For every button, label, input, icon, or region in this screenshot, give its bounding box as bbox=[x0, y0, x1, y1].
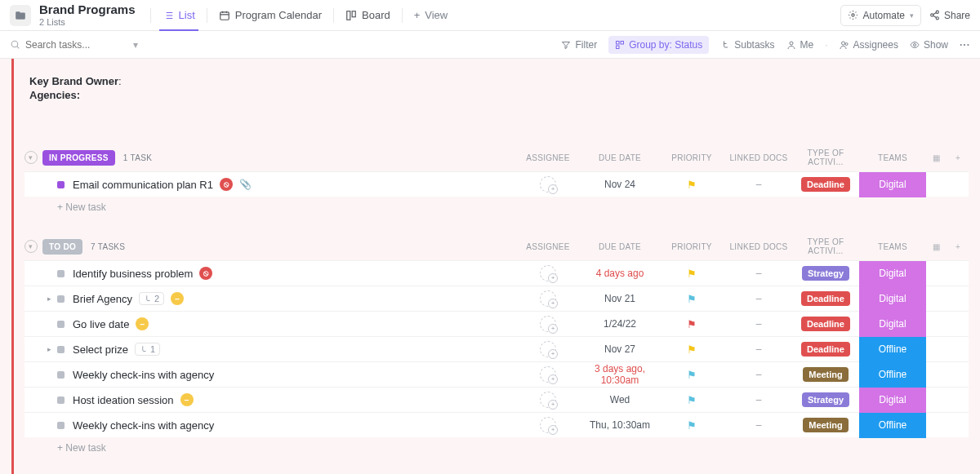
add-column-button[interactable]: + bbox=[947, 242, 969, 251]
activity-cell[interactable]: Meeting bbox=[792, 418, 859, 432]
due-date-cell[interactable]: Nov 24 bbox=[581, 179, 658, 190]
assignee-avatar[interactable] bbox=[540, 392, 556, 408]
more-menu-button[interactable]: ··· bbox=[960, 39, 970, 51]
due-date-cell[interactable]: 1/24/22 bbox=[581, 318, 658, 330]
automate-button[interactable]: Automate ▾ bbox=[840, 5, 921, 26]
grid-icon[interactable]: ▦ bbox=[926, 153, 947, 162]
assignee-avatar[interactable] bbox=[540, 290, 556, 307]
assignee-cell[interactable] bbox=[514, 392, 581, 408]
status-square[interactable] bbox=[57, 321, 65, 328]
activity-cell[interactable]: Deadline bbox=[792, 342, 859, 357]
assignee-cell[interactable] bbox=[514, 290, 581, 307]
new-task-button[interactable]: + New task bbox=[24, 437, 969, 458]
linked-docs-cell[interactable]: – bbox=[725, 268, 792, 279]
due-date-cell[interactable]: 3 days ago, 10:30am bbox=[581, 363, 658, 386]
col-teams[interactable]: TEAMS bbox=[859, 242, 926, 251]
col-assignee[interactable]: ASSIGNEE bbox=[514, 242, 581, 251]
priority-cell[interactable]: ⚑ bbox=[658, 394, 725, 406]
task-row[interactable]: Weekly check-ins with agency 3 days ago,… bbox=[24, 361, 969, 387]
status-square[interactable] bbox=[57, 346, 65, 353]
expand-toggle[interactable]: ▸ bbox=[47, 345, 57, 353]
linked-docs-cell[interactable]: – bbox=[725, 394, 792, 405]
assignee-cell[interactable] bbox=[514, 341, 581, 357]
me-button[interactable]: Me bbox=[786, 39, 814, 51]
filter-button[interactable]: Filter bbox=[561, 39, 597, 51]
status-square[interactable] bbox=[57, 422, 65, 429]
assignee-avatar[interactable] bbox=[540, 341, 556, 357]
status-square[interactable] bbox=[57, 295, 65, 303]
show-button[interactable]: Show bbox=[910, 39, 948, 51]
group-by-button[interactable]: Group by: Status bbox=[608, 36, 709, 54]
collapse-toggle[interactable]: ▾ bbox=[24, 151, 38, 164]
priority-cell[interactable]: ⚑ bbox=[658, 268, 725, 280]
search-dropdown-icon[interactable]: ▾ bbox=[133, 39, 138, 51]
task-name[interactable]: Select prize1 bbox=[73, 343, 514, 356]
activity-cell[interactable]: Deadline bbox=[792, 177, 859, 192]
task-row[interactable]: Email communication plan R1⦸📎 Nov 24 ⚑ –… bbox=[24, 171, 969, 197]
attachment-icon[interactable]: 📎 bbox=[239, 179, 252, 190]
task-row[interactable]: Go live date− 1/24/22 ⚑ – Deadline Digit… bbox=[24, 311, 969, 336]
assignee-avatar[interactable] bbox=[540, 265, 556, 281]
due-date-cell[interactable]: Nov 27 bbox=[581, 343, 658, 355]
due-date-cell[interactable]: Thu, 10:30am bbox=[581, 419, 658, 431]
team-cell[interactable]: Digital bbox=[859, 286, 926, 312]
priority-cell[interactable]: ⚑ bbox=[658, 318, 725, 330]
collapse-toggle[interactable]: ▾ bbox=[24, 240, 38, 253]
priority-cell[interactable]: ⚑ bbox=[658, 369, 725, 381]
col-linked[interactable]: LINKED DOCS bbox=[725, 242, 792, 251]
assignee-avatar[interactable] bbox=[540, 316, 556, 332]
linked-docs-cell[interactable]: – bbox=[725, 369, 792, 380]
assignee-cell[interactable] bbox=[514, 316, 581, 332]
task-row[interactable]: ▸ Select prize1 Nov 27 ⚑ – Deadline Offl… bbox=[24, 336, 969, 361]
assignee-avatar[interactable] bbox=[540, 366, 556, 383]
col-linked[interactable]: LINKED DOCS bbox=[725, 153, 792, 162]
new-task-button[interactable]: + New task bbox=[24, 197, 969, 218]
subtask-count[interactable]: 2 bbox=[139, 292, 164, 305]
assignees-button[interactable]: Assignees bbox=[840, 39, 898, 51]
col-activity[interactable]: TYPE OF ACTIVI... bbox=[792, 237, 859, 255]
col-due[interactable]: DUE DATE bbox=[581, 242, 658, 251]
task-row[interactable]: Identify business problem⦸ 4 days ago ⚑ … bbox=[24, 260, 969, 286]
expand-toggle[interactable]: ▸ bbox=[47, 295, 57, 303]
col-teams[interactable]: TEAMS bbox=[859, 153, 926, 162]
priority-cell[interactable]: ⚑ bbox=[658, 419, 725, 432]
linked-docs-cell[interactable]: – bbox=[725, 293, 792, 304]
priority-cell[interactable]: ⚑ bbox=[658, 293, 725, 305]
team-cell[interactable]: Offline bbox=[859, 413, 926, 438]
col-activity[interactable]: TYPE OF ACTIVI... bbox=[792, 148, 859, 166]
status-pill[interactable]: IN PROGRESS bbox=[42, 150, 115, 166]
task-row[interactable]: Host ideation session− Wed ⚑ – Strategy … bbox=[24, 387, 969, 412]
activity-cell[interactable]: Meeting bbox=[792, 367, 859, 382]
col-priority[interactable]: PRIORITY bbox=[658, 153, 725, 162]
task-name[interactable]: Weekly check-ins with agency bbox=[73, 369, 514, 381]
tab-board[interactable]: Board bbox=[334, 0, 402, 30]
team-cell[interactable]: Digital bbox=[859, 312, 926, 337]
team-cell[interactable]: Digital bbox=[859, 388, 926, 413]
team-cell[interactable]: Offline bbox=[859, 362, 926, 388]
task-name[interactable]: Weekly check-ins with agency bbox=[73, 419, 514, 432]
task-name[interactable]: Email communication plan R1⦸📎 bbox=[73, 178, 514, 191]
status-square[interactable] bbox=[57, 270, 65, 277]
activity-cell[interactable]: Deadline bbox=[792, 291, 859, 306]
grid-icon[interactable]: ▦ bbox=[926, 242, 947, 251]
search-box[interactable]: ▾ bbox=[10, 39, 138, 51]
due-date-cell[interactable]: 4 days ago bbox=[581, 268, 658, 279]
status-pill[interactable]: TO DO bbox=[42, 239, 82, 255]
due-date-cell[interactable]: Wed bbox=[581, 394, 658, 405]
col-priority[interactable]: PRIORITY bbox=[658, 242, 725, 251]
activity-cell[interactable]: Strategy bbox=[792, 266, 859, 281]
assignee-avatar[interactable] bbox=[540, 176, 556, 193]
add-view-button[interactable]: +View bbox=[403, 0, 460, 30]
task-name[interactable]: Go live date− bbox=[73, 317, 514, 330]
activity-cell[interactable]: Deadline bbox=[792, 317, 859, 331]
team-cell[interactable]: Digital bbox=[859, 261, 926, 286]
status-square[interactable] bbox=[57, 396, 65, 404]
task-name[interactable]: Identify business problem⦸ bbox=[73, 267, 514, 280]
assignee-cell[interactable] bbox=[514, 366, 581, 383]
assignee-avatar[interactable] bbox=[540, 417, 556, 433]
tab-list[interactable]: List bbox=[151, 0, 207, 30]
priority-cell[interactable]: ⚑ bbox=[658, 179, 725, 191]
task-row[interactable]: Weekly check-ins with agency Thu, 10:30a… bbox=[24, 412, 969, 437]
col-assignee[interactable]: ASSIGNEE bbox=[514, 153, 581, 162]
linked-docs-cell[interactable]: – bbox=[725, 419, 792, 431]
